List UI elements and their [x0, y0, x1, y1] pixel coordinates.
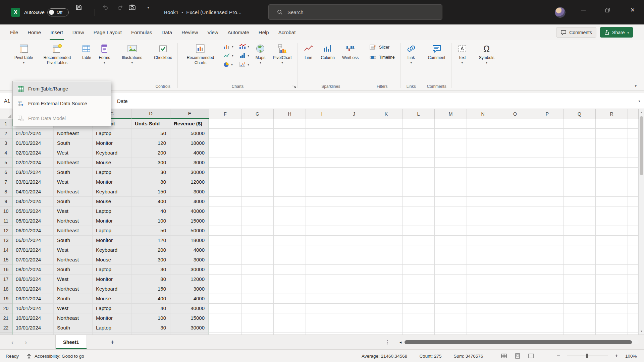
cell-E6[interactable]: 30000 — [170, 168, 209, 177]
cell-K6[interactable] — [370, 168, 402, 177]
sparkline-column-button[interactable]: Column — [319, 41, 337, 60]
cell-R2[interactable] — [596, 129, 628, 138]
cell-B17[interactable]: West — [54, 275, 93, 284]
cell-H15[interactable] — [274, 255, 306, 265]
cell-E11[interactable]: 15000 — [170, 216, 209, 226]
symbols-button[interactable]: Ω Symbols ▾ — [477, 41, 497, 64]
cell-M6[interactable] — [435, 168, 467, 177]
cell-C2[interactable]: Laptop — [93, 129, 131, 138]
ribbon-tab-page-layout[interactable]: Page Layout — [89, 24, 126, 40]
horizontal-scrollbar-thumb[interactable] — [405, 340, 632, 344]
cell-E13[interactable]: 18000 — [170, 236, 209, 245]
cell-P7[interactable] — [531, 177, 564, 187]
column-header-j[interactable]: J — [338, 109, 370, 119]
row-header-16[interactable]: 16 — [0, 265, 12, 275]
cell-R4[interactable] — [596, 148, 628, 158]
cell-O1[interactable] — [499, 119, 531, 129]
cell-N22[interactable] — [467, 323, 499, 333]
cell-A13[interactable]: 06/01/2024 — [12, 236, 54, 245]
cell-J21[interactable] — [338, 313, 370, 323]
cell-R10[interactable] — [596, 206, 628, 216]
scroll-left-arrow[interactable]: ◂ — [397, 339, 404, 346]
cell-C16[interactable]: Laptop — [93, 265, 131, 275]
insert-line-chart-button[interactable]: ▾ — [223, 53, 233, 58]
cell-O4[interactable] — [499, 148, 531, 158]
cell-C4[interactable]: Keyboard — [93, 148, 131, 158]
cell-A10[interactable]: 05/01/2024 — [12, 206, 54, 216]
cell-Q19[interactable] — [564, 294, 596, 304]
cell-C18[interactable]: Keyboard — [93, 284, 131, 294]
cell-Q10[interactable] — [564, 206, 596, 216]
cell-J6[interactable] — [338, 168, 370, 177]
cell-R12[interactable] — [596, 226, 628, 236]
cell-F8[interactable] — [209, 187, 241, 197]
cell-G5[interactable] — [241, 158, 274, 168]
cell-E8[interactable]: 3000 — [170, 187, 209, 197]
cell-F20[interactable] — [209, 304, 241, 313]
cell-J3[interactable] — [338, 138, 370, 148]
cell-A3[interactable]: 01/01/2024 — [12, 138, 54, 148]
cell-L10[interactable] — [402, 206, 435, 216]
cell-M22[interactable] — [435, 323, 467, 333]
cell-G6[interactable] — [241, 168, 274, 177]
status-sum[interactable]: Sum: 3476576 — [453, 354, 483, 359]
cell-G13[interactable] — [241, 236, 274, 245]
forms-button[interactable]: Forms ▾ — [96, 41, 112, 64]
cell-P21[interactable] — [531, 313, 564, 323]
cell-B19[interactable]: South — [54, 294, 93, 304]
cell-D11[interactable]: 100 — [131, 216, 170, 226]
cell-N17[interactable] — [467, 275, 499, 284]
insert-scatter-chart-button[interactable]: ▾ — [239, 62, 249, 67]
cell-D15[interactable]: 300 — [131, 255, 170, 265]
cell-J15[interactable] — [338, 255, 370, 265]
cell-E20[interactable]: 40000 — [170, 304, 209, 313]
cell-E2[interactable]: 50000 — [170, 129, 209, 138]
cell-L15[interactable] — [402, 255, 435, 265]
cell-R3[interactable] — [596, 138, 628, 148]
cell-C14[interactable]: Keyboard — [93, 245, 131, 255]
cell-K5[interactable] — [370, 158, 402, 168]
ribbon-tab-review[interactable]: Review — [177, 24, 203, 40]
cell-H6[interactable] — [274, 168, 306, 177]
cell-R21[interactable] — [596, 313, 628, 323]
cell-N12[interactable] — [467, 226, 499, 236]
ribbon-tab-draw[interactable]: Draw — [68, 24, 89, 40]
cell-A20[interactable]: 10/01/2024 — [12, 304, 54, 313]
cell-B12[interactable]: Northeast — [54, 226, 93, 236]
cell-A4[interactable]: 02/01/2024 — [12, 148, 54, 158]
row-header-6[interactable]: 6 — [0, 168, 12, 177]
row-header-13[interactable]: 13 — [0, 236, 12, 245]
cell-R15[interactable] — [596, 255, 628, 265]
scroll-down-arrow[interactable]: ▾ — [639, 328, 644, 335]
cell-G16[interactable] — [241, 265, 274, 275]
cell-L9[interactable] — [402, 197, 435, 206]
cell-O8[interactable] — [499, 187, 531, 197]
cell-A2[interactable]: 01/01/2024 — [12, 129, 54, 138]
sparkline-line-button[interactable]: Line — [301, 41, 316, 60]
cell-O3[interactable] — [499, 138, 531, 148]
cell-M9[interactable] — [435, 197, 467, 206]
row-header-12[interactable]: 12 — [0, 226, 12, 236]
cell-P4[interactable] — [531, 148, 564, 158]
cell-P10[interactable] — [531, 206, 564, 216]
cell-O13[interactable] — [499, 236, 531, 245]
cell-I9[interactable] — [306, 197, 338, 206]
cell-I14[interactable] — [306, 245, 338, 255]
cell-K21[interactable] — [370, 313, 402, 323]
cell-K16[interactable] — [370, 265, 402, 275]
cell-Q12[interactable] — [564, 226, 596, 236]
cell-M1[interactable] — [435, 119, 467, 129]
cell-H10[interactable] — [274, 206, 306, 216]
zoom-in-button[interactable]: + — [615, 350, 618, 362]
cell-M12[interactable] — [435, 226, 467, 236]
cell-P9[interactable] — [531, 197, 564, 206]
formula-bar-expand-button[interactable]: ▾ — [635, 99, 644, 103]
cell-F21[interactable] — [209, 313, 241, 323]
cell-C13[interactable]: Monitor — [93, 236, 131, 245]
cell-D17[interactable]: 80 — [131, 275, 170, 284]
cell-F2[interactable] — [209, 129, 241, 138]
cell-H4[interactable] — [274, 148, 306, 158]
cell-K17[interactable] — [370, 275, 402, 284]
cell-O19[interactable] — [499, 294, 531, 304]
cell-C22[interactable]: Laptop — [93, 323, 131, 333]
